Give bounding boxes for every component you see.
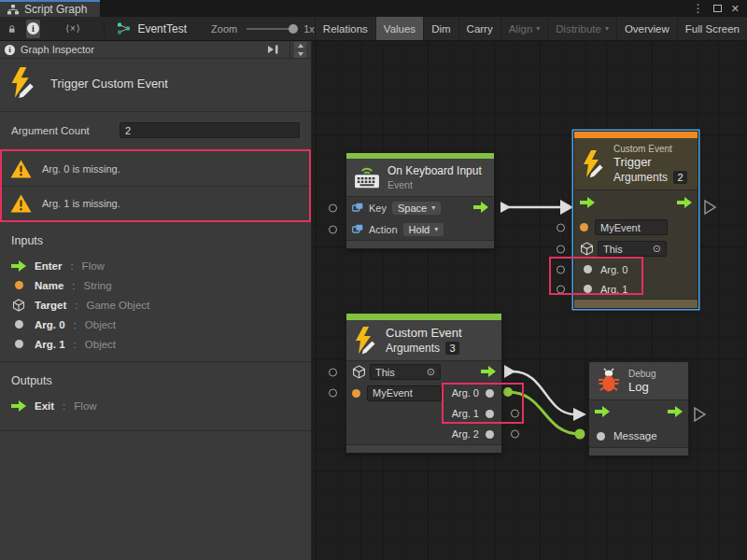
caret-down-icon: ▾: [605, 24, 609, 33]
object-port[interactable]: [584, 265, 592, 273]
dim-button[interactable]: Dim: [423, 17, 458, 40]
arguments-count[interactable]: 2: [673, 171, 687, 184]
input-pin-arg0: Arg. 0:Object: [11, 315, 300, 334]
input-port[interactable]: [329, 225, 337, 233]
output-port[interactable]: [511, 410, 519, 418]
input-port[interactable]: [557, 285, 565, 293]
overview-button[interactable]: Overview: [616, 17, 677, 40]
spinner-down-button[interactable]: [294, 50, 306, 58]
arg-label: Arg. 2: [452, 428, 479, 440]
object-port[interactable]: [597, 432, 605, 441]
outputs-title: Outputs: [11, 374, 300, 387]
relations-button[interactable]: Relations: [315, 17, 375, 40]
input-port[interactable]: [557, 245, 565, 253]
zoom-slider[interactable]: [247, 23, 298, 35]
custom-event-icon: [582, 149, 606, 179]
warning-message: Arg. 0 is missing.: [42, 163, 120, 175]
flow-output-port[interactable]: [677, 195, 692, 212]
node-trigger-custom-event[interactable]: Custom Event Trigger Arguments 2 MyEvent: [573, 131, 698, 309]
event-name-row: MyEvent: [574, 217, 698, 238]
caret-down-icon: ▾: [434, 225, 438, 233]
input-port[interactable]: [329, 203, 337, 212]
distribute-dropdown[interactable]: Distribute▾: [547, 17, 616, 40]
string-port[interactable]: [352, 389, 360, 398]
code-preview-icon[interactable]: ⟨×⟩: [65, 23, 81, 34]
flow-output-port[interactable]: [473, 200, 488, 217]
object-output-port[interactable]: [486, 430, 494, 439]
argument-count-row: Argument Count: [11, 122, 300, 138]
flow-input-port[interactable]: [595, 404, 610, 421]
node-debug-log[interactable]: Debug Log Message: [588, 361, 689, 456]
graph-inspector-header: i Graph Inspector: [0, 41, 311, 59]
unit-title-block: Trigger Custom Event: [0, 59, 311, 112]
graph-toolbar: i ⟨×⟩ EventTest Zoom 1x Relations Values…: [0, 17, 747, 41]
maximize-icon[interactable]: [713, 5, 722, 12]
cube-icon: [352, 365, 366, 379]
graph-canvas[interactable]: On Keyboard Input Event Key Space▾ Actio…: [312, 41, 747, 560]
tab-script-graph[interactable]: Script Graph: [0, 0, 100, 17]
inspector-toggle-button[interactable]: i: [26, 20, 41, 38]
node-body: MyEvent This⊙ Arg. 0 Arg. 1: [574, 189, 698, 299]
message-row: Message: [589, 425, 688, 447]
object-port[interactable]: [584, 285, 592, 293]
input-pin-name: Name:String: [11, 275, 300, 295]
node-header: On Keyboard Input Event: [346, 159, 494, 196]
input-port[interactable]: [329, 389, 337, 398]
values-button[interactable]: Values: [375, 17, 423, 40]
argument-count-input[interactable]: [120, 122, 300, 138]
string-port[interactable]: [580, 223, 588, 231]
close-icon[interactable]: ✕: [731, 4, 740, 14]
custom-event-icon: [9, 67, 37, 99]
node-body: Key Space▾ Action Hold▾: [346, 196, 494, 240]
target-picker-icon[interactable]: ⊙: [427, 366, 435, 378]
node-title: Log: [628, 380, 655, 394]
target-field[interactable]: This⊙: [370, 364, 441, 380]
input-port[interactable]: [557, 265, 565, 273]
zoom-slider-handle[interactable]: [289, 24, 298, 34]
input-port[interactable]: [557, 223, 565, 231]
flow-output-port[interactable]: [481, 364, 496, 381]
arguments-count[interactable]: 3: [445, 342, 459, 355]
outputs-section: Outputs Exit:Flow: [0, 361, 311, 431]
node-custom-event[interactable]: Custom Event Arguments 3 This⊙: [345, 313, 502, 454]
align-dropdown[interactable]: Align▾: [500, 17, 548, 40]
target-picker-icon[interactable]: ⊙: [653, 243, 661, 255]
lock-icon[interactable]: [8, 22, 16, 35]
target-row: This⊙: [346, 361, 501, 383]
arg2-row: Arg. 2: [346, 424, 501, 444]
flow-output-port[interactable]: [668, 404, 683, 421]
event-name-field[interactable]: MyEvent: [367, 385, 442, 401]
arg-label: Arg. 0: [452, 387, 479, 399]
output-port[interactable]: [511, 430, 519, 439]
flow-input-port[interactable]: [580, 195, 595, 212]
window-controls: ⋮ ✕: [693, 0, 747, 17]
flow-row: [589, 400, 688, 425]
event-name-field[interactable]: MyEvent: [595, 219, 668, 235]
node-footer: [346, 444, 501, 453]
carry-button[interactable]: Carry: [458, 17, 500, 40]
node-title: On Keyboard Input: [388, 164, 482, 177]
cube-icon: [580, 242, 594, 256]
node-header: Custom Event Arguments 3: [346, 320, 501, 360]
target-row: This⊙: [574, 238, 698, 259]
target-field[interactable]: This⊙: [598, 241, 667, 257]
node-footer: [346, 240, 494, 248]
graph-asset-icon: [117, 22, 131, 35]
full-screen-button[interactable]: Full Screen: [677, 17, 747, 40]
node-on-keyboard-input[interactable]: On Keyboard Input Event Key Space▾ Actio…: [345, 152, 495, 249]
spinner-up-button[interactable]: [294, 42, 306, 49]
action-dropdown[interactable]: Hold▾: [403, 223, 444, 236]
node-topbar: [346, 314, 501, 320]
graph-breadcrumb[interactable]: EventTest: [117, 22, 187, 35]
object-output-port[interactable]: [486, 410, 494, 418]
node-title: Custom Event: [386, 326, 462, 340]
key-dropdown[interactable]: Space▾: [392, 202, 441, 215]
object-output-port[interactable]: [486, 389, 494, 398]
arg1-row: Arg. 1: [346, 403, 501, 424]
argument-count-label: Argument Count: [11, 125, 120, 136]
dock-panel-button[interactable]: [267, 45, 279, 54]
window-menu-icon[interactable]: ⋮: [693, 3, 704, 14]
node-category: Debug: [628, 369, 655, 379]
input-port[interactable]: [329, 368, 337, 376]
inputs-section: Inputs Enter:Flow Name:String Target:Gam…: [0, 222, 311, 361]
